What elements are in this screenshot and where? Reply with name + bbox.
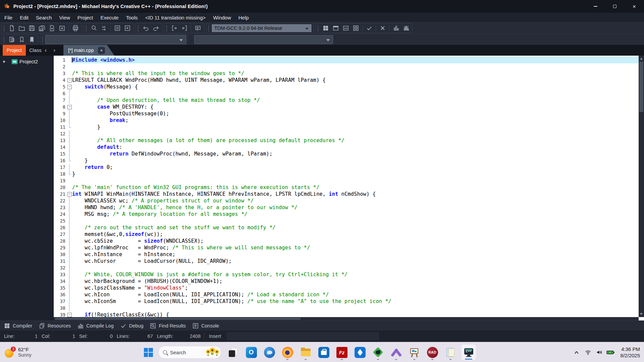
code-text[interactable]: /* The 'main' function of Win32 GUI prog… bbox=[72, 184, 639, 191]
code-line-16[interactable]: 16 } bbox=[54, 157, 639, 164]
toolbar-grip[interactable] bbox=[42, 36, 44, 43]
code-text[interactable]: wc.hInstance = hInstance; bbox=[72, 251, 639, 258]
code-line-22[interactable]: 22 WNDCLASSEX wc; /* A properties struct… bbox=[54, 197, 639, 204]
toolbar-grip[interactable] bbox=[317, 25, 319, 32]
code-lines[interactable]: 1#include <windows.h>23/* This is where … bbox=[54, 56, 639, 317]
compiler-select[interactable]: TDM-GCC 9.2.0 64-bit Release bbox=[211, 24, 312, 33]
save-button[interactable] bbox=[27, 24, 37, 33]
tab-compiler[interactable]: Compiler bbox=[2, 321, 37, 330]
tree-item-project2[interactable]: ·· Project2 bbox=[0, 59, 53, 64]
taskbar-app-paint-easel[interactable] bbox=[407, 344, 422, 360]
tab-compile-log[interactable]: Compile Log bbox=[75, 321, 118, 330]
tab-resources[interactable]: Resources bbox=[37, 321, 75, 330]
code-text[interactable] bbox=[72, 90, 639, 97]
code-text[interactable]: wc.hCursor = LoadCursor(NULL, IDC_ARROW)… bbox=[72, 258, 639, 264]
indent-left-button[interactable] bbox=[169, 24, 179, 33]
menu-file[interactable]: File bbox=[1, 15, 16, 20]
menu-execute[interactable]: Execute bbox=[97, 15, 122, 20]
scroll-up-icon[interactable] bbox=[640, 58, 643, 60]
code-text[interactable]: /* This is where all the input to the wi… bbox=[72, 70, 639, 77]
goto-function-button[interactable] bbox=[122, 24, 132, 33]
menu-help[interactable]: Help bbox=[235, 15, 253, 20]
code-line-31[interactable]: 31 wc.hCursor = LoadCursor(NULL, IDC_ARR… bbox=[54, 258, 639, 264]
menu-tools[interactable]: Tools bbox=[122, 15, 142, 20]
code-line-2[interactable]: 2 bbox=[54, 63, 639, 70]
member-combo[interactable] bbox=[194, 35, 333, 44]
vertical-scrollbar[interactable] bbox=[639, 56, 644, 317]
code-text[interactable]: #include <windows.h> bbox=[72, 57, 639, 63]
code-text[interactable]: break; bbox=[72, 117, 639, 124]
fold-toggle-icon[interactable] bbox=[66, 77, 72, 83]
taskbar-app-filezilla[interactable]: Fz bbox=[334, 344, 350, 360]
taskbar-app-file-explorer[interactable] bbox=[298, 344, 313, 360]
taskbar-app-store[interactable] bbox=[316, 344, 331, 360]
taskbar-app-desktop[interactable] bbox=[225, 344, 241, 360]
start-button[interactable] bbox=[141, 345, 156, 360]
save-all-button[interactable] bbox=[37, 24, 47, 33]
volume-icon[interactable] bbox=[594, 346, 604, 358]
taskbar-clock[interactable]: 4:36 PM 8/2/2025 bbox=[617, 346, 640, 359]
goto-line-button[interactable] bbox=[112, 24, 122, 33]
code-text[interactable]: /* Upon destruction, tell the main threa… bbox=[72, 97, 639, 104]
code-line-28[interactable]: 28 wc.cbSize = sizeof(WNDCLASSEX); bbox=[54, 238, 639, 244]
taskbar-app-notes-folder[interactable] bbox=[443, 344, 458, 360]
panel-tab-next-arrow[interactable]: › bbox=[50, 45, 59, 56]
code-line-35[interactable]: 35 wc.lpszClassName = "WindowClass"; bbox=[54, 285, 639, 291]
close-file-button[interactable] bbox=[47, 24, 57, 33]
code-text[interactable]: wc.hIconSm = LoadIcon(NULL, IDI_APPLICAT… bbox=[72, 298, 639, 305]
code-line-9[interactable]: 9 PostQuitMessage(0); bbox=[54, 110, 639, 117]
code-text[interactable]: return 0; bbox=[72, 164, 639, 171]
code-text[interactable]: return DefWindowProc(hwnd, Message, wPar… bbox=[72, 150, 639, 157]
code-line-1[interactable]: 1#include <windows.h> bbox=[54, 57, 639, 63]
battery-charging-icon[interactable] bbox=[606, 346, 616, 358]
delete-profiling-button[interactable] bbox=[401, 24, 411, 33]
code-line-38[interactable]: 38 bbox=[54, 305, 639, 311]
code-line-10[interactable]: 10 break; bbox=[54, 117, 639, 124]
indent-right-button[interactable] bbox=[179, 24, 189, 33]
menu-window[interactable]: Window bbox=[209, 15, 234, 20]
toolbar-grip[interactable] bbox=[3, 36, 5, 43]
tab-find-results[interactable]: Find Results bbox=[148, 321, 191, 330]
open-file-button[interactable] bbox=[17, 24, 26, 33]
code-text[interactable]: wc.hIcon = LoadIcon(NULL, IDI_APPLICATIO… bbox=[72, 291, 639, 298]
taskbar-app-firefox[interactable] bbox=[280, 344, 295, 360]
tab-close-icon[interactable]: × bbox=[98, 47, 105, 54]
toolbar-grip[interactable] bbox=[3, 25, 5, 32]
weather-widget[interactable]: 3 62°F Sunny bbox=[0, 347, 77, 358]
tree-expand-arrow-icon[interactable] bbox=[3, 60, 5, 63]
compile-run-button[interactable] bbox=[341, 24, 351, 33]
rebuild-all-button[interactable] bbox=[351, 24, 361, 33]
code-line-4[interactable]: 4LRESULT CALLBACK WndProc(HWND hwnd, UIN… bbox=[54, 77, 639, 83]
code-line-20[interactable]: 20/* The 'main' function of Win32 GUI pr… bbox=[54, 184, 639, 191]
fold-toggle-icon[interactable] bbox=[66, 191, 72, 197]
code-line-24[interactable]: 24 MSG msg; /* A temporary location for … bbox=[54, 211, 639, 218]
code-line-11[interactable]: 11 } bbox=[54, 124, 639, 130]
code-text[interactable] bbox=[72, 264, 639, 271]
code-line-33[interactable]: 33 /* White, COLOR_WINDOW is just a #def… bbox=[54, 271, 639, 278]
horizontal-scroll-thumb[interactable] bbox=[55, 318, 301, 320]
code-text[interactable]: wc.lpfnWndProc = WndProc; /* This is whe… bbox=[72, 244, 639, 251]
code-text[interactable] bbox=[72, 63, 639, 70]
add-source-button[interactable] bbox=[7, 35, 16, 44]
taskbar-app-outlook[interactable]: O bbox=[244, 344, 259, 360]
scroll-down-icon[interactable] bbox=[640, 313, 643, 315]
tray-overflow-chevron-icon[interactable]: ^ bbox=[570, 347, 584, 359]
code-text[interactable] bbox=[72, 177, 639, 184]
vertical-scroll-thumb[interactable] bbox=[639, 62, 643, 112]
code-line-37[interactable]: 37 wc.hIconSm = LoadIcon(NULL, IDI_APPLI… bbox=[54, 298, 639, 305]
tab-console[interactable]: Console bbox=[191, 321, 224, 330]
code-text[interactable]: HWND hwnd; /* A 'HANDLE', hence the H, o… bbox=[72, 204, 639, 211]
code-line-25[interactable]: 25 bbox=[54, 218, 639, 224]
toolbar-grip[interactable] bbox=[166, 25, 168, 32]
print-button[interactable] bbox=[70, 24, 80, 33]
code-line-5[interactable]: 5 switch(Message) { bbox=[54, 83, 639, 90]
taskbar-app-blue[interactable] bbox=[352, 344, 368, 360]
code-line-6[interactable]: 6 bbox=[54, 90, 639, 97]
fold-toggle-icon[interactable] bbox=[66, 83, 72, 90]
undo-button[interactable] bbox=[141, 24, 151, 33]
code-line-7[interactable]: 7 /* Upon destruction, tell the main thr… bbox=[54, 97, 639, 104]
panel-tab-classes[interactable]: Class bbox=[26, 45, 41, 56]
code-line-13[interactable]: 13 /* All other messages (a lot of them)… bbox=[54, 137, 639, 144]
toggle-bookmark-button[interactable] bbox=[17, 35, 26, 44]
panel-tab-project[interactable]: Project bbox=[3, 45, 26, 56]
